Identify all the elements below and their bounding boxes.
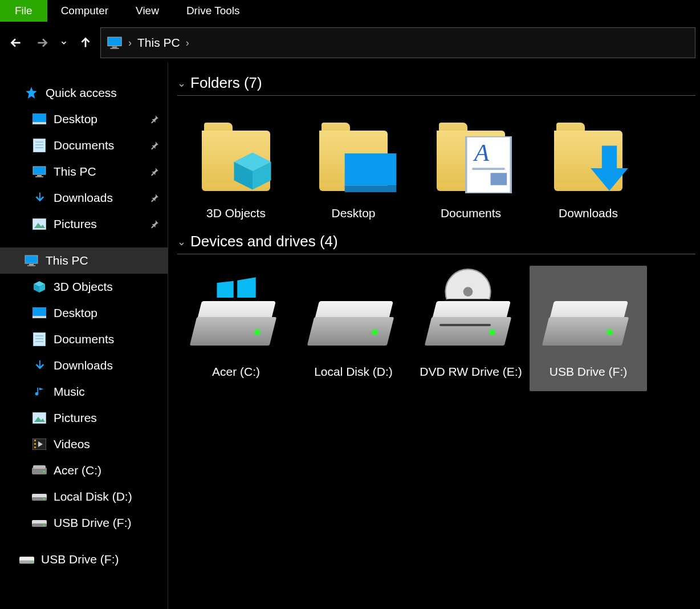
breadcrumb-location[interactable]: This PC xyxy=(137,36,180,50)
sidebar-this-pc[interactable]: This PC xyxy=(0,247,168,274)
section-header-drives[interactable]: ⌄ Devices and drives (4) xyxy=(177,233,695,254)
svg-point-38 xyxy=(43,498,45,500)
svg-rect-20 xyxy=(32,307,46,316)
chevron-down-icon: ⌄ xyxy=(177,77,186,90)
monitor-icon xyxy=(24,253,39,268)
content-pane: ⌄ Folders (7) 3D Objects xyxy=(168,63,700,609)
section-title: Devices and drives (4) xyxy=(190,233,338,250)
sidebar-item-downloads[interactable]: Downloads xyxy=(0,185,168,211)
nav-back-button[interactable] xyxy=(5,31,27,54)
sidebar-item-label: Videos xyxy=(54,437,90,451)
sidebar-item-label: USB Drive (F:) xyxy=(54,516,132,530)
drive-f-usb[interactable]: USB Drive (F:) xyxy=(530,266,647,391)
svg-rect-2 xyxy=(110,48,119,49)
sidebar-item-label: 3D Objects xyxy=(54,280,113,294)
chevron-down-icon: ⌄ xyxy=(177,236,186,248)
sidebar-item-label: Pictures xyxy=(54,217,97,231)
documents-icon xyxy=(32,138,47,153)
sidebar-item-downloads-2[interactable]: Downloads xyxy=(0,352,168,379)
videos-icon xyxy=(32,437,47,452)
pin-icon xyxy=(149,114,160,124)
arrow-left-icon xyxy=(9,35,23,50)
svg-rect-30 xyxy=(34,443,36,445)
svg-rect-10 xyxy=(37,175,42,176)
section-header-folders[interactable]: ⌄ Folders (7) xyxy=(177,74,695,96)
sidebar: Quick access Desktop Documents This PC D… xyxy=(0,63,168,609)
ribbon-tab-file[interactable]: File xyxy=(0,0,47,22)
nav-up-button[interactable] xyxy=(74,31,97,54)
sidebar-item-3d-objects[interactable]: 3D Objects xyxy=(0,274,168,300)
tile-label: DVD RW Drive (E:) xyxy=(420,364,522,380)
drive-icon: DVD xyxy=(428,301,514,352)
cube-icon xyxy=(230,149,275,193)
drive-e-dvd[interactable]: DVD DVD RW Drive (E:) xyxy=(412,266,530,391)
sidebar-item-label: Local Disk (D:) xyxy=(54,490,132,504)
sidebar-item-videos[interactable]: Videos xyxy=(0,431,168,457)
svg-rect-11 xyxy=(35,176,43,177)
monitor-icon xyxy=(107,36,123,49)
svg-rect-49 xyxy=(345,186,397,192)
sidebar-item-documents[interactable]: Documents xyxy=(0,132,168,159)
documents-icon xyxy=(32,332,47,347)
drive-c[interactable]: Acer (C:) xyxy=(177,266,295,391)
sidebar-item-pictures-2[interactable]: Pictures xyxy=(0,405,168,431)
down-arrow-icon xyxy=(586,142,633,194)
sidebar-item-label: USB Drive (F:) xyxy=(41,553,119,566)
sidebar-item-drive-d[interactable]: Local Disk (D:) xyxy=(0,484,168,510)
folder-downloads[interactable]: Downloads xyxy=(530,107,647,233)
drives-grid: Acer (C:) Local Disk (D:) xyxy=(177,266,695,391)
sidebar-usb-drive[interactable]: USB Drive (F:) xyxy=(0,546,168,573)
svg-rect-48 xyxy=(345,153,397,186)
ribbon-tab-view[interactable]: View xyxy=(122,0,173,22)
svg-point-35 xyxy=(43,471,45,473)
folder-icon: A xyxy=(437,123,505,191)
folder-icon xyxy=(554,123,622,191)
sidebar-item-drive-c[interactable]: Acer (C:) xyxy=(0,457,168,484)
sidebar-item-desktop[interactable]: Desktop xyxy=(0,106,168,132)
drive-d[interactable]: Local Disk (D:) xyxy=(295,266,412,391)
sidebar-item-label: Music xyxy=(54,385,85,399)
sidebar-quick-access[interactable]: Quick access xyxy=(0,80,168,106)
svg-rect-0 xyxy=(108,37,121,46)
nav-history-dropdown[interactable] xyxy=(57,31,71,54)
sidebar-item-label: Desktop xyxy=(54,306,97,320)
ribbon-tab-drive-tools[interactable]: Drive Tools xyxy=(173,0,254,22)
chevron-down-icon xyxy=(60,39,68,47)
sidebar-item-this-pc[interactable]: This PC xyxy=(0,159,168,185)
svg-rect-29 xyxy=(34,440,36,441)
sidebar-item-music[interactable]: Music xyxy=(0,379,168,405)
svg-rect-4 xyxy=(32,122,46,124)
svg-point-55 xyxy=(463,287,473,297)
sidebar-item-pictures[interactable]: Pictures xyxy=(0,211,168,237)
pictures-icon xyxy=(32,411,47,425)
pictures-icon xyxy=(32,217,47,232)
address-bar[interactable]: › This PC › xyxy=(100,27,695,58)
folder-documents[interactable]: A Documents xyxy=(412,107,530,233)
sidebar-item-drive-f[interactable]: USB Drive (F:) xyxy=(0,510,168,536)
svg-point-44 xyxy=(31,561,32,562)
pin-icon xyxy=(149,193,160,203)
downloads-icon xyxy=(32,358,47,373)
desktop-icon xyxy=(32,306,47,320)
tile-label: USB Drive (F:) xyxy=(550,364,628,380)
sidebar-item-documents-2[interactable]: Documents xyxy=(0,326,168,352)
music-icon xyxy=(32,384,47,399)
drive-icon xyxy=(546,301,631,352)
svg-rect-22 xyxy=(33,332,46,346)
svg-text:A: A xyxy=(473,139,490,166)
folder-3d-objects[interactable]: 3D Objects xyxy=(177,107,295,233)
folder-desktop[interactable]: Desktop xyxy=(295,107,412,233)
star-icon xyxy=(24,86,39,100)
sidebar-item-label: Downloads xyxy=(54,191,113,205)
sidebar-item-desktop-2[interactable]: Desktop xyxy=(0,300,168,326)
sidebar-item-label: Pictures xyxy=(54,411,97,425)
svg-rect-21 xyxy=(32,316,46,318)
drive-icon xyxy=(19,552,34,567)
ribbon-tab-computer[interactable]: Computer xyxy=(47,0,122,22)
desktop-icon xyxy=(32,112,47,127)
ribbon: File Computer View Drive Tools xyxy=(0,0,700,23)
sidebar-item-label: Desktop xyxy=(54,112,97,126)
monitor-icon xyxy=(32,164,47,179)
nav-forward-button[interactable] xyxy=(31,31,54,54)
svg-rect-53 xyxy=(491,173,507,185)
